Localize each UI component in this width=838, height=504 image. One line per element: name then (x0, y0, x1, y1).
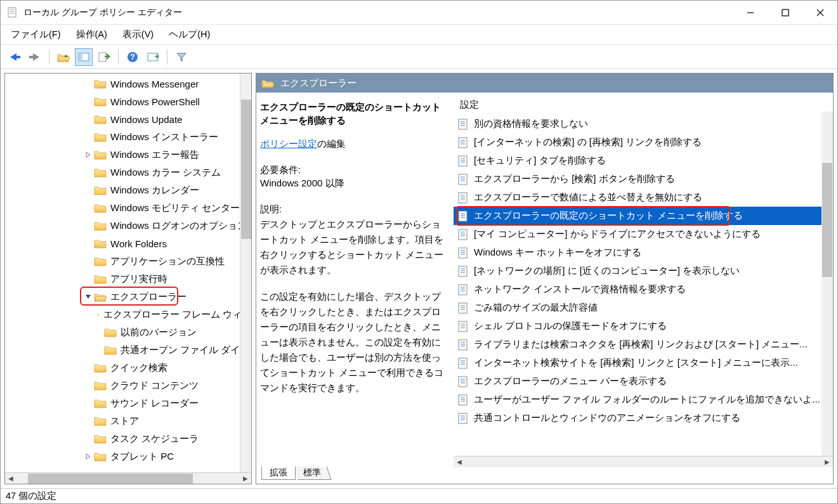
maximize-button[interactable] (768, 1, 802, 24)
settings-vertical-scrollbar[interactable] (822, 112, 833, 456)
tree-item[interactable]: Windows インストーラー (9, 128, 251, 146)
help-button[interactable]: ? (124, 48, 141, 66)
folder-icon (104, 344, 117, 356)
setting-row[interactable]: [インターネットの検索] の [再検索] リンクを削除する (454, 133, 833, 152)
menu-view[interactable]: 表示(V) (115, 26, 161, 43)
tree-item[interactable]: Windows ログオンのオプション (9, 217, 251, 235)
menu-help[interactable]: ヘルプ(H) (161, 26, 218, 43)
tree-item-label: 共通オープン ファイル ダイア (121, 344, 249, 356)
setting-row[interactable]: エクスプローラーから [検索] ボタンを削除する (454, 170, 833, 188)
svg-rect-15 (79, 53, 82, 61)
folder-open-icon (261, 77, 274, 89)
tree-item[interactable]: Windows カレンダー (9, 181, 251, 199)
tree-vertical-scrollbar[interactable] (240, 74, 251, 472)
policy-icon (457, 155, 469, 167)
setting-row[interactable]: ネットワーク インストールで資格情報を要求する (454, 280, 833, 299)
tree-expander-icon[interactable] (84, 292, 93, 301)
tree-expander-icon (84, 168, 93, 177)
tree-item[interactable]: Work Folders (9, 235, 251, 252)
tree-item[interactable]: 以前のバージョン (9, 323, 251, 341)
setting-row[interactable]: ユーザーがユーザー ファイル フォルダーのルートにファイルを追加できないよ... (454, 391, 833, 409)
policy-icon (457, 119, 469, 130)
requirements-header: 必要条件: (260, 164, 447, 176)
setting-row[interactable]: ごみ箱のサイズの最大許容値 (454, 299, 833, 317)
setting-label: エクスプローラーで数値による並べ替えを無効にする (474, 191, 702, 204)
folder-icon (94, 167, 107, 178)
setting-row[interactable]: エクスプローラーの既定のショートカット メニューを削除する (454, 207, 833, 225)
folder-icon (94, 451, 107, 462)
back-button[interactable] (6, 48, 23, 66)
tree-expander-icon[interactable] (84, 452, 93, 461)
tree-item[interactable]: サウンド レコーダー (9, 394, 251, 412)
tree-item[interactable]: Windows Update (9, 110, 251, 128)
setting-label: シェル プロトコルの保護モードをオフにする (474, 320, 667, 332)
tree-item-label: Windows Update (110, 114, 182, 125)
export-button[interactable] (95, 48, 113, 66)
tree-item[interactable]: クラウド コンテンツ (9, 377, 251, 394)
setting-row[interactable]: [ネットワークの場所] に [近くのコンピューター] を表示しない (454, 262, 833, 280)
folder-up-button[interactable] (55, 48, 72, 66)
minimize-button[interactable] (733, 1, 768, 24)
policy-icon (457, 302, 469, 314)
menu-action[interactable]: 操作(A) (69, 26, 115, 43)
tree-item[interactable]: 共通オープン ファイル ダイア (9, 341, 251, 359)
properties-button[interactable] (144, 48, 162, 66)
menu-file[interactable]: ファイル(F) (3, 26, 69, 43)
folder-icon (97, 309, 100, 320)
setting-row[interactable]: ライブラリまたは検索コネクタを [再検索] リンクおよび [スタート] メニュー… (454, 335, 833, 354)
tree-item-label: サウンド レコーダー (110, 397, 199, 410)
edit-policy-link[interactable]: ポリシー設定 (260, 138, 317, 149)
setting-row[interactable]: [マイ コンピューター] からドライブにアクセスできないようにする (454, 225, 833, 243)
settings-horizontal-scrollbar[interactable]: ◀▶ (454, 456, 833, 467)
tree-item[interactable]: Windows モビリティ センター (9, 199, 251, 217)
setting-row[interactable]: インターネット検索サイトを [再検索] リンクと [スタート] メニューに表示.… (454, 354, 833, 372)
policy-icon (457, 137, 469, 148)
setting-row[interactable]: Windows キー ホットキーをオフにする (454, 243, 833, 262)
setting-label: エクスプローラーの既定のショートカット メニューを削除する (474, 210, 743, 222)
tree-item[interactable]: Windows Messenger (9, 75, 251, 93)
details-header-title: エクスプローラー (280, 77, 357, 89)
setting-row[interactable]: シェル プロトコルの保護モードをオフにする (454, 317, 833, 335)
tree-item[interactable]: Windows エラー報告 (9, 146, 251, 164)
setting-row[interactable]: [セキュリティ] タブを削除する (454, 152, 833, 170)
setting-label: ライブラリまたは検索コネクタを [再検索] リンクおよび [スタート] メニュー… (474, 339, 808, 351)
tree-item[interactable]: アプリ実行時 (9, 270, 251, 288)
tree-item[interactable]: アプリケーションの互換性 (9, 252, 251, 270)
policy-icon (457, 339, 469, 351)
tree-expander-icon (84, 132, 93, 141)
tree-item-label: Windows ログオンのオプション (110, 220, 247, 232)
tree-item-label: Work Folders (110, 238, 167, 249)
tree-expander-icon[interactable] (84, 150, 93, 159)
setting-label: [マイ コンピューター] からドライブにアクセスできないようにする (474, 228, 761, 240)
filter-button[interactable] (173, 48, 190, 66)
tree-item[interactable]: エクスプローラー フレーム ウィン (9, 306, 251, 323)
setting-label: ごみ箱のサイズの最大許容値 (474, 302, 598, 314)
tab-standard[interactable]: 標準 (294, 467, 332, 480)
folder-icon (94, 397, 107, 409)
tree-horizontal-scrollbar[interactable]: ◀▶ (5, 472, 251, 484)
tree-item[interactable]: Windows カラー システム (9, 164, 251, 181)
tree-expander-icon (84, 363, 93, 372)
tree-expander-icon (94, 346, 103, 354)
tree-item[interactable]: エクスプローラー (9, 288, 251, 306)
setting-row[interactable]: エクスプローラーで数値による並べ替えを無効にする (454, 188, 833, 207)
close-button[interactable] (802, 1, 837, 24)
tree-item-label: アプリケーションの互換性 (110, 255, 225, 268)
folder-icon (94, 362, 107, 373)
tree-expander-icon (84, 275, 93, 283)
tree-item[interactable]: ストア (9, 412, 251, 430)
tree-item[interactable]: Windows PowerShell (9, 93, 251, 110)
tab-extended[interactable]: 拡張 (261, 467, 296, 480)
tree-item[interactable]: タスク スケジューラ (9, 430, 251, 448)
setting-row[interactable]: エクスプローラーのメニュー バーを表示する (454, 372, 833, 391)
tree-item[interactable]: タブレット PC (9, 448, 251, 465)
tree-item[interactable]: クイック検索 (9, 359, 251, 377)
setting-row[interactable]: 共通コントロールとウィンドウのアニメーションをオフにする (454, 409, 833, 427)
tree-item-label: Windows モビリティ センター (110, 202, 240, 214)
setting-row[interactable]: 別の資格情報を要求しない (454, 115, 833, 133)
forward-button[interactable] (26, 48, 44, 66)
show-tree-button[interactable] (75, 48, 93, 66)
folder-icon (94, 149, 107, 160)
tree-expander-icon (84, 79, 93, 88)
tree-item-label: Windows インストーラー (110, 131, 218, 143)
